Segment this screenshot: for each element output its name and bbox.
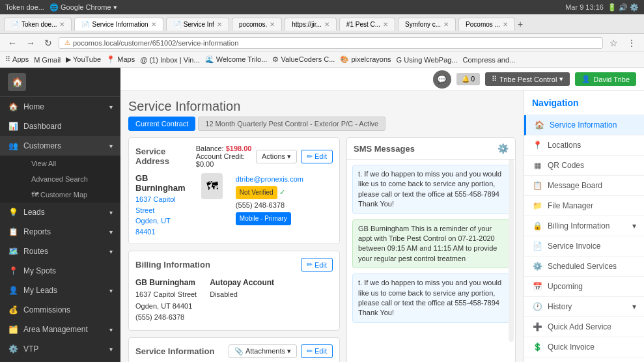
sidebar-item-reports[interactable]: 📋 Reports ▾ <box>0 222 120 242</box>
sidebar-item-customers[interactable]: 👥 Customers ▾ <box>0 136 120 156</box>
bookmark-inbox[interactable]: @ (1) Inbox | Vin... <box>140 56 199 64</box>
email-text: dtribe@pronexis.com <box>236 175 303 183</box>
right-nav-item-upcoming[interactable]: 📅 Upcoming <box>524 277 644 297</box>
bookmark-gmail[interactable]: M Gmail <box>34 56 61 64</box>
bookmark-welcome[interactable]: 🌊 Welcome Trilo... <box>205 55 268 64</box>
tab-current-contract[interactable]: Current Contract <box>128 117 195 131</box>
sms-message-3-text: t. If we do happen to miss you and you w… <box>358 279 501 316</box>
service-info-edit-button[interactable]: ✏ Edit <box>301 344 333 358</box>
billing-edit-button[interactable]: ✏ Edit <box>301 258 333 272</box>
sidebar-item-dashboard[interactable]: 📊 Dashboard <box>0 117 120 136</box>
customer-address-line1[interactable]: 1637 Capitol Street <box>135 194 188 216</box>
forward-button[interactable]: → <box>23 36 38 49</box>
tab-token-close[interactable]: ✕ <box>59 21 64 28</box>
home-icon: 🏠 <box>8 102 18 111</box>
billing-info-title: Billing Information <box>135 260 210 270</box>
bookmark-apps[interactable]: ⠿ Apps <box>5 55 29 64</box>
my-leads-label: My Leads <box>23 286 57 295</box>
address-row: GB Burningham 1637 Capitol Street Ogden,… <box>135 173 333 237</box>
bookmark-button[interactable]: ☆ <box>607 36 621 49</box>
right-nav-item-service-invoice[interactable]: 📄 Service Invoice <box>524 236 644 257</box>
service-address-title: Service Address <box>135 146 196 166</box>
sidebar-item-home[interactable]: 🏠 Home ▾ <box>0 97 120 117</box>
sms-settings-button[interactable]: ⚙️ <box>497 143 509 154</box>
sidebar-item-customer-map[interactable]: 🗺 Customer Map <box>23 187 120 202</box>
tribe-pest-control-button[interactable]: ⠿ Tribe Pest Control ▾ <box>485 72 570 86</box>
tab-jira[interactable]: https://jir... ✕ <box>285 18 337 31</box>
sidebar-item-leads[interactable]: 💡 Leads ▾ <box>0 202 120 222</box>
tab-pocomos2[interactable]: Pocomos ... ✕ <box>458 18 515 31</box>
tab-jira-label: https://jir... <box>292 21 322 28</box>
bookmark-valuecoders[interactable]: ⚙ ValueCoders C... <box>272 55 335 64</box>
file-manager-nav-icon: 📁 <box>532 201 542 210</box>
actions-button[interactable]: Actions ▾ <box>256 150 297 163</box>
edit-label: Edit <box>315 152 327 160</box>
david-tribe-button[interactable]: 👤 David Tribe <box>575 72 636 86</box>
bookmark-youtube[interactable]: ▶ YouTube <box>66 55 101 64</box>
sidebar-item-routes[interactable]: 🗺️ Routes ▾ <box>0 242 120 261</box>
right-nav-item-scheduled-services[interactable]: ⚙️ Scheduled Services <box>524 257 644 277</box>
history-nav-arrow: ▾ <box>632 302 636 311</box>
sidebar-item-view-all[interactable]: View All <box>23 156 120 171</box>
customer-address-line2[interactable]: Ogden, UT 84401 <box>135 216 188 237</box>
service-address-edit-button[interactable]: ✏ Edit <box>301 150 333 163</box>
bookmark-pixelcrayons[interactable]: 🎨 pixelcrayons <box>340 55 391 64</box>
app-container: 🏠 🏠 Home ▾ 📊 Dashboard 👥 Customers ▾ Vie… <box>0 68 644 362</box>
sidebar-item-my-spots[interactable]: 📍 My Spots <box>0 261 120 281</box>
sidebar-item-vtp[interactable]: ⚙️ VTP ▾ <box>0 339 120 359</box>
tab-service-info[interactable]: 📄 Service Information ✕ <box>74 18 163 31</box>
service-address-card: Service Address Balance: $198.00 Account… <box>128 137 340 244</box>
right-nav-item-quick-add-service[interactable]: ➕ Quick Add Service <box>524 317 644 337</box>
right-nav-item-file-manager[interactable]: 📁 File Manager <box>524 196 644 216</box>
tab-pest[interactable]: #1 Pest C... ✕ <box>339 18 395 31</box>
chat-button[interactable]: 💬 <box>433 70 451 89</box>
tab-pocomos[interactable]: pocomos. ✕ <box>232 18 282 31</box>
chrome-label: 🌐 Google Chrome ▾ <box>49 3 117 12</box>
tab-symfony-close[interactable]: ✕ <box>443 21 449 28</box>
right-nav-item-qr-codes[interactable]: ▦ QR Codes <box>524 156 644 176</box>
right-nav-item-service-info[interactable]: 🏠 Service Information <box>524 115 644 135</box>
new-tab-button[interactable]: + <box>518 19 523 29</box>
tab-service2[interactable]: 📄 Service Inf ✕ <box>166 18 229 31</box>
bookmark-maps[interactable]: 📍 Maps <box>106 55 135 64</box>
right-nav-item-quick-invoice[interactable]: 💲 Quick Invoice <box>524 337 644 357</box>
sidebar-item-advanced-search[interactable]: Advanced Search <box>23 171 120 187</box>
tab-pest-close[interactable]: ✕ <box>383 21 388 28</box>
sidebar-item-commissions[interactable]: 💰 Commissions <box>0 300 120 320</box>
credit-label: Account Credit: <box>196 152 245 160</box>
tab-jira-close[interactable]: ✕ <box>324 21 329 28</box>
my-leads-arrow: ▾ <box>109 287 113 294</box>
tab-pocomos-close[interactable]: ✕ <box>270 21 275 28</box>
tab-service-close[interactable]: ✕ <box>151 21 156 28</box>
tab-pest-label: #1 Pest C... <box>346 21 380 28</box>
refresh-button[interactable]: ↻ <box>42 36 55 49</box>
right-nav-item-locations[interactable]: 📍 Locations <box>524 135 644 156</box>
service-address-actions: Balance: $198.00 Account Credit: $0.00 A… <box>196 145 333 168</box>
sidebar-item-area-management[interactable]: 🗂️ Area Management ▾ <box>0 320 120 339</box>
menu-button[interactable]: ⋮ <box>624 36 639 49</box>
tab-service2-close[interactable]: ✕ <box>217 21 222 28</box>
tab-pocomos2-close[interactable]: ✕ <box>503 21 508 28</box>
right-nav-item-message-board[interactable]: 📋 Message Board <box>524 176 644 196</box>
tab-token[interactable]: 📄 Token doe... ✕ <box>4 18 72 31</box>
notification-button[interactable]: 🔔 0 <box>456 73 480 85</box>
back-button[interactable]: ← <box>5 36 20 49</box>
home-arrow: ▾ <box>109 104 113 111</box>
12month-label: 12 Month Quarterly Pest Control - Exteri… <box>205 120 378 128</box>
area-management-arrow: ▾ <box>109 326 113 333</box>
upcoming-nav-icon: 📅 <box>532 282 542 291</box>
tab-service-label: Service Information <box>92 21 148 28</box>
address-bar[interactable]: ⚠ pocomos.local/customer/651002/service-… <box>59 37 603 49</box>
tab-symfony[interactable]: Symfony c... ✕ <box>398 18 456 31</box>
attachments-button[interactable]: 📎 Attachments ▾ <box>229 344 297 358</box>
sidebar-customers-submenu: View All Advanced Search 🗺 Customer Map <box>0 156 120 202</box>
bookmark-compress[interactable]: Compress and... <box>463 56 516 64</box>
right-nav-item-history[interactable]: 🕐 History ▾ <box>524 297 644 317</box>
right-nav-item-billing-info[interactable]: 🔒 Billing Information ▾ <box>524 216 644 236</box>
sidebar-item-my-leads[interactable]: 👤 My Leads ▾ <box>0 281 120 300</box>
tab-12month[interactable]: 12 Month Quarterly Pest Control - Exteri… <box>198 117 385 131</box>
billing-phone: (555) 248-6378 <box>135 313 184 321</box>
bookmark-webpag[interactable]: G Using WebPag... <box>397 56 458 64</box>
customer-address-block: GB Burningham 1637 Capitol Street Ogden,… <box>135 173 188 237</box>
history-nav-icon: 🕐 <box>532 302 542 311</box>
